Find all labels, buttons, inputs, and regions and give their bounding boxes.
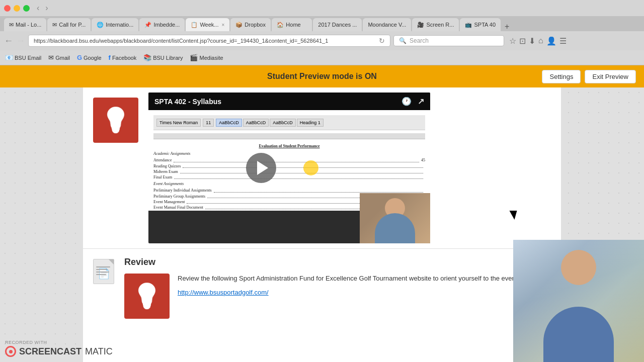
- toolbar-icons: ☆ ⊡ ⬇ ⌂ 👤 ☰: [509, 36, 567, 46]
- bsu-library-icon: 📚: [143, 54, 151, 61]
- review-body-text: Review the following Sport Administratio…: [178, 274, 551, 284]
- screencast-circle-icon: [5, 346, 16, 357]
- bookmark-google[interactable]: G Google: [77, 54, 102, 61]
- bookmark-bsu-email[interactable]: 📧 BSU Email: [5, 54, 41, 61]
- tab-week-label: Week...: [200, 22, 218, 28]
- video-frame[interactable]: SPTA 402 - Syllabus 🕐 ↗ Times New Roman: [148, 93, 430, 243]
- address-bar-row: ← → https://blackboard.bsu.edu/webapps/b…: [0, 31, 644, 50]
- add-tab-button[interactable]: +: [502, 22, 512, 31]
- tab-home[interactable]: 🏠 Home: [272, 18, 312, 31]
- webcam-overlay: [513, 240, 644, 362]
- title-bar: ‹ ›: [0, 0, 644, 16]
- review-doc-icon: 📄: [93, 259, 114, 284]
- forward-arrow[interactable]: ›: [43, 4, 50, 13]
- gmail-icon: ✉: [48, 54, 54, 61]
- tab-week-active[interactable]: 📋 Week... ×: [186, 18, 229, 31]
- back-button[interactable]: ←: [4, 36, 13, 46]
- tab-2017dances[interactable]: 2017 Dances ...: [313, 18, 362, 31]
- bsu-email-label: BSU Email: [15, 55, 41, 61]
- tab-home-label: Home: [286, 22, 300, 28]
- screencast-watermark: RECORDED WITH SCREENCAST MATIC: [5, 340, 113, 357]
- tab-week-close[interactable]: ×: [221, 22, 224, 28]
- menu-icon[interactable]: ☰: [559, 36, 567, 46]
- intl-icon: 🌐: [97, 22, 104, 28]
- video-thumbnail: [360, 193, 430, 243]
- lightbulb-icon-review: 💡: [132, 282, 162, 310]
- video-section: 💡 SPTA 402 - Syllabus 🕐 ↗: [83, 87, 561, 248]
- tab-spta40-label: SPTA 40: [474, 22, 496, 28]
- google-label: Google: [84, 55, 101, 61]
- tab-moondance[interactable]: Moondance V...: [363, 18, 411, 31]
- doc-prelim-grp-label: Preliminary Group Assignments: [153, 194, 205, 199]
- tab-imbedded-label: Imbedde...: [153, 22, 180, 28]
- review-inner: 💡 Review the following Sport Administrat…: [124, 274, 551, 319]
- minimize-button[interactable]: [14, 5, 20, 12]
- spta40-icon: 📺: [465, 22, 472, 28]
- download-icon[interactable]: ⬇: [529, 36, 535, 46]
- tab-screenr-label: Screen R...: [426, 22, 454, 28]
- home-icon[interactable]: ⌂: [538, 36, 543, 45]
- browser-chrome: ‹ › ✉ Mail - Lo... ✉ Call for P... 🌐 Int…: [0, 0, 644, 65]
- search-icon: 🔍: [399, 37, 407, 44]
- doc-corner: [109, 259, 114, 264]
- video-red-icon-box: 💡: [93, 98, 138, 143]
- reload-icon[interactable]: ↻: [379, 37, 385, 45]
- screencast-dot: [9, 350, 13, 353]
- doc-event-label: Event Assignments: [153, 181, 425, 187]
- close-button[interactable]: [4, 5, 11, 12]
- recorded-with-text: RECORDED WITH: [5, 340, 113, 345]
- doc-line-1: [96, 266, 110, 267]
- dropbox-icon: 📦: [235, 22, 243, 28]
- review-link[interactable]: http://www.bsusportadgolf.com/: [178, 289, 269, 296]
- video-title-icons: 🕐 ↗: [401, 97, 424, 106]
- profile-icon[interactable]: 👤: [546, 36, 556, 46]
- doc-line-3: [96, 272, 109, 273]
- home-icon-tab: 🏠: [277, 22, 284, 28]
- reader-icon[interactable]: ⊡: [519, 36, 526, 46]
- share-icon: ↗: [418, 97, 424, 106]
- back-arrow[interactable]: ‹: [35, 4, 41, 13]
- tab-spta40[interactable]: 📺 SPTA 40: [460, 18, 501, 31]
- star-icon[interactable]: ☆: [509, 36, 516, 46]
- tab-mail[interactable]: ✉ Mail - Lo...: [4, 18, 46, 31]
- doc-line-2: [96, 269, 107, 270]
- screenr-icon: 🎥: [417, 22, 424, 28]
- video-title: SPTA 402 - Syllabus: [154, 98, 221, 106]
- exit-preview-button[interactable]: Exit Preview: [585, 70, 636, 83]
- doc-attendance-label: Attendance: [153, 157, 172, 163]
- google-icon: G: [77, 54, 82, 61]
- review-title: Review: [124, 257, 551, 267]
- address-bar[interactable]: https://blackboard.bsu.edu/webapps/black…: [28, 35, 390, 47]
- screencast-brand: SCREENCAST MATIC: [5, 346, 113, 357]
- review-red-icon-box: 💡: [124, 274, 170, 319]
- tab-moondance-label: Moondance V...: [368, 22, 406, 28]
- url-text: https://blackboard.bsu.edu/webapps/black…: [34, 38, 376, 44]
- play-button[interactable]: [246, 153, 276, 183]
- search-bar[interactable]: 🔍 Search: [393, 35, 504, 46]
- nav-arrows: ‹ ›: [35, 4, 50, 13]
- bookmark-gmail[interactable]: ✉ Gmail: [48, 54, 70, 61]
- forward-button[interactable]: →: [16, 36, 25, 46]
- bookmark-mediasite[interactable]: 🎬 Mediasite: [190, 54, 223, 61]
- tab-dropbox[interactable]: 📦 Dropbox: [230, 18, 271, 31]
- doc-eval-title: Evaluation of Student Performance: [259, 144, 319, 148]
- lightbulb-icon-video: 💡: [101, 106, 131, 134]
- tab-imbedded[interactable]: 📌 Imbedde...: [139, 18, 185, 31]
- mediasite-label: Mediasite: [199, 55, 223, 61]
- thumbnail-body: [375, 213, 415, 243]
- review-section: 📄 Review 💡 Review the following Sport Ad…: [83, 248, 561, 327]
- facebook-icon: f: [109, 54, 111, 61]
- settings-button[interactable]: Settings: [542, 70, 581, 83]
- review-text-content: Review the following Sport Administratio…: [178, 274, 551, 297]
- preview-banner: Student Preview mode is ON Settings Exit…: [0, 65, 644, 87]
- doc-academic-label: Academic Assignments: [153, 151, 425, 156]
- tab-screenr[interactable]: 🎥 Screen R...: [412, 18, 459, 31]
- bsu-library-label: BSU Library: [153, 55, 183, 61]
- tab-international[interactable]: 🌐 Internatio...: [92, 18, 138, 31]
- maximize-button[interactable]: [23, 5, 30, 12]
- doc-midterm-label: Midterm Exam: [153, 169, 178, 174]
- bookmark-bsu-library[interactable]: 📚 BSU Library: [143, 54, 183, 61]
- bsu-email-icon: 📧: [5, 54, 13, 61]
- bookmark-facebook[interactable]: f Facebook: [109, 54, 137, 61]
- tab-call[interactable]: ✉ Call for P...: [47, 18, 91, 31]
